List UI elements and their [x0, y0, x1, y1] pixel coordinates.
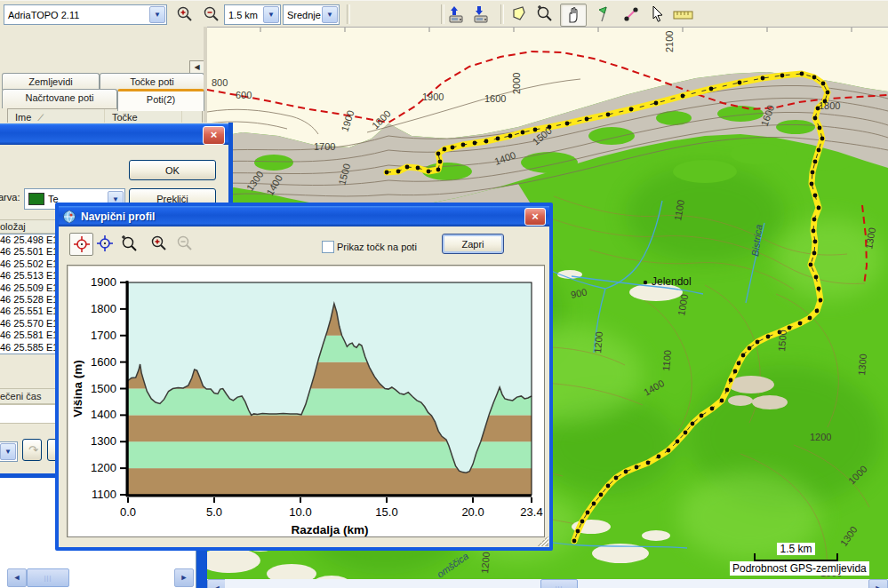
track-point[interactable] [385, 171, 389, 175]
track-point[interactable] [572, 539, 577, 544]
send-to-gps-button[interactable] [446, 4, 469, 25]
scroll-left-icon[interactable]: ◄ [207, 579, 227, 588]
track-point[interactable] [606, 484, 611, 489]
track-point[interactable] [436, 152, 441, 156]
route-tool-button[interactable] [620, 4, 643, 25]
tab-zemljevidi[interactable]: Zemljevidi [2, 73, 100, 90]
track-dropdown[interactable]: ▼ [0, 441, 18, 462]
map-product-select[interactable]: AdriaTOPO 2.11 ▼ [4, 4, 167, 25]
scroll-right-icon[interactable]: ► [174, 568, 194, 587]
track-point[interactable] [586, 511, 590, 515]
track-point[interactable] [766, 335, 771, 339]
track-point[interactable] [813, 240, 818, 244]
dialog-titlebar[interactable]: × [0, 123, 228, 145]
track-point[interactable] [809, 263, 813, 267]
waypoint-flag-tool-button[interactable] [593, 4, 616, 25]
track-point[interactable] [725, 388, 730, 393]
track-point[interactable] [709, 87, 714, 91]
track-point[interactable] [565, 122, 570, 126]
track-point[interactable] [813, 116, 818, 121]
track-point[interactable] [812, 251, 817, 256]
track-point[interactable] [461, 143, 466, 147]
track-point[interactable] [657, 455, 661, 459]
track-point[interactable] [624, 470, 628, 474]
close-icon[interactable]: × [524, 208, 546, 226]
tab-na-rtovane-poti[interactable]: Načrtovane poti [2, 89, 117, 108]
track-point[interactable] [748, 346, 752, 351]
track-point[interactable] [629, 107, 634, 112]
dialog-titlebar[interactable]: Navpični profil × [59, 206, 549, 226]
ruler-tool-button[interactable] [670, 4, 697, 25]
ok-button[interactable]: OK [129, 160, 216, 180]
zoom-in-button[interactable] [172, 4, 196, 25]
chevron-down-icon[interactable]: ▼ [149, 6, 165, 23]
track-point[interactable] [416, 166, 420, 171]
track-point[interactable] [646, 461, 651, 465]
close-icon[interactable]: × [203, 126, 225, 145]
zoom-scale-select[interactable]: 1.5 km ▼ [224, 4, 281, 25]
track-point[interactable] [473, 141, 477, 146]
track-point[interactable] [533, 128, 538, 132]
track-point[interactable] [427, 170, 431, 174]
track-point[interactable] [681, 94, 685, 99]
profile-zoom-out-button-disabled[interactable] [172, 233, 195, 254]
track-point[interactable] [580, 520, 585, 524]
track-point[interactable] [710, 407, 715, 411]
track-point[interactable] [741, 354, 746, 358]
track-point[interactable] [820, 137, 825, 141]
track-point[interactable] [691, 422, 695, 426]
track-point[interactable] [592, 502, 596, 506]
track-point[interactable] [761, 76, 765, 81]
track-point[interactable] [813, 160, 818, 164]
tab-to-ke-poti[interactable]: Točke poti [100, 73, 204, 90]
track-point[interactable] [729, 378, 733, 383]
scrollbar-thumb[interactable]: ||| [540, 579, 578, 588]
elevation-profile-chart[interactable]: 1100120013001400150016001700180019000.05… [68, 266, 544, 536]
receive-from-gps-button[interactable] [471, 4, 494, 25]
track-point[interactable] [812, 75, 817, 80]
track-point[interactable] [576, 529, 580, 534]
track-point[interactable] [521, 131, 525, 135]
red-crosshair-tool-button[interactable] [69, 233, 93, 256]
track-point[interactable] [496, 137, 500, 141]
resize-grip[interactable] [538, 536, 548, 546]
track-point[interactable] [451, 146, 455, 150]
profile-zoom-in-button[interactable] [147, 233, 169, 254]
show-points-checkbox[interactable] [322, 241, 334, 253]
track-point[interactable] [826, 91, 830, 95]
track-point[interactable] [818, 126, 822, 131]
track-point[interactable] [812, 229, 816, 234]
track-point[interactable] [810, 182, 814, 187]
chevron-down-icon[interactable]: ▼ [0, 443, 16, 460]
track-point[interactable] [654, 101, 659, 106]
track-point[interactable] [508, 134, 513, 139]
track-point[interactable] [737, 362, 741, 366]
track-point[interactable] [443, 147, 447, 152]
track-point[interactable] [720, 399, 724, 403]
track-point[interactable] [800, 72, 804, 76]
track-point[interactable] [756, 340, 760, 345]
track-point[interactable] [817, 206, 821, 211]
track-point[interactable] [438, 160, 443, 164]
track-point[interactable] [700, 414, 704, 418]
blue-crosshair-tool-button[interactable] [93, 233, 116, 254]
selection-arrow-tool-button[interactable] [646, 4, 669, 25]
track-point[interactable] [813, 194, 818, 198]
track-point[interactable] [814, 275, 819, 280]
invert-track-button[interactable]: ↷ [22, 439, 42, 461]
chevron-down-icon[interactable]: ▼ [263, 6, 279, 23]
elevation-chart-panel[interactable]: 1100120013001400150016001700180019000.05… [67, 265, 545, 537]
zoom-select-tool-button[interactable] [117, 233, 140, 254]
track-point[interactable] [812, 218, 817, 222]
track-point[interactable] [733, 369, 738, 374]
tab-poti-2-[interactable]: Poti(2) [117, 89, 204, 111]
track-point[interactable] [676, 440, 680, 444]
track-point[interactable] [635, 465, 639, 470]
hand-pan-tool-button[interactable] [560, 4, 587, 27]
zoom-tool-button[interactable] [532, 4, 556, 25]
track-point[interactable] [667, 449, 671, 453]
map-select-tool-button[interactable] [508, 4, 531, 25]
track-point[interactable] [798, 322, 803, 326]
scroll-left-icon[interactable]: ◄ [7, 568, 27, 587]
track-point[interactable] [808, 316, 812, 321]
